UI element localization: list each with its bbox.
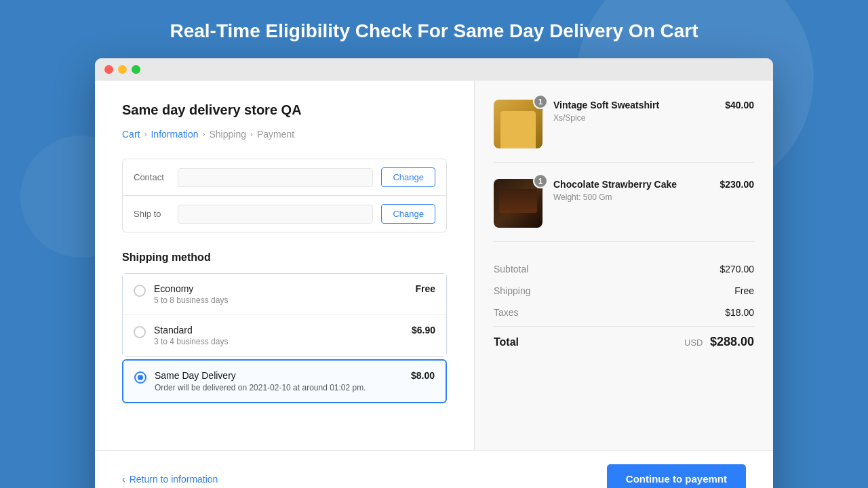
shipping-label: Shipping	[494, 285, 531, 296]
right-panel: 1 Vintage Soft Sweatshirt Xs/Spice $40.0…	[475, 81, 773, 450]
item-variant-sweatshirt: Xs/Spice	[553, 113, 717, 123]
item-name-sweatshirt: Vintage Soft Sweatshirt	[553, 100, 717, 110]
page-title: Real-Time Eligibility Check For Same Day…	[0, 0, 868, 58]
return-link-label: Return to information	[130, 474, 218, 485]
shipping-row: Shipping Free	[494, 280, 754, 302]
grand-total-right: USD $288.00	[684, 335, 754, 349]
shipping-options-card: Economy 5 to 8 business days Free Standa…	[122, 273, 447, 357]
item-variant-cake: Weight: 500 Gm	[553, 192, 711, 202]
shipping-option-sameday[interactable]: Same Day Delivery Order will be delivere…	[122, 359, 447, 403]
shipping-section-title: Shipping method	[122, 251, 447, 264]
option-standard-name: Standard	[154, 325, 412, 336]
left-panel: Same day delivery store QA Cart › Inform…	[95, 81, 475, 450]
breadcrumb-shipping: Shipping	[210, 129, 247, 140]
shipto-change-button[interactable]: Change	[381, 204, 435, 224]
cart-item-sweatshirt: 1 Vintage Soft Sweatshirt Xs/Spice $40.0…	[494, 100, 754, 163]
option-sameday-price: $8.00	[411, 370, 435, 381]
browser-dot-red	[104, 65, 113, 74]
subtotal-label: Subtotal	[494, 264, 528, 274]
breadcrumb-information[interactable]: Information	[151, 129, 198, 140]
item-price-cake: $230.00	[719, 179, 754, 190]
item-details-cake: Chocolate Strawberry Cake Weight: 500 Gm	[553, 179, 711, 202]
subtotal-row: Subtotal $270.00	[494, 258, 754, 280]
store-name: Same day delivery store QA	[122, 102, 447, 118]
item-name-cake: Chocolate Strawberry Cake	[553, 179, 711, 190]
taxes-value: $18.00	[725, 307, 754, 318]
browser-titlebar	[95, 58, 773, 81]
shipto-label: Ship to	[134, 209, 178, 219]
grand-total-currency: USD	[684, 338, 703, 348]
browser-dot-yellow	[118, 65, 127, 74]
grand-total-value: $288.00	[710, 335, 754, 348]
grand-total-row: Total USD $288.00	[494, 326, 754, 352]
breadcrumb-sep-2: ›	[203, 129, 205, 139]
contact-label: Contact	[134, 172, 178, 182]
cart-item-cake: 1 Chocolate Strawberry Cake Weight: 500 …	[494, 179, 754, 242]
item-price-sweatshirt: $40.00	[725, 100, 754, 110]
continue-to-payment-button[interactable]: Continue to payemnt	[607, 464, 746, 488]
taxes-label: Taxes	[494, 307, 519, 318]
shipping-option-standard[interactable]: Standard 3 to 4 business days $6.90	[123, 315, 446, 356]
taxes-row: Taxes $18.00	[494, 302, 754, 323]
totals-section: Subtotal $270.00 Shipping Free Taxes $18…	[494, 258, 754, 352]
option-economy-name: Economy	[154, 283, 415, 294]
chevron-left-icon: ‹	[122, 474, 125, 485]
option-economy-info: Economy 5 to 8 business days	[154, 283, 415, 305]
breadcrumb: Cart › Information › Shipping › Payment	[122, 129, 447, 140]
browser-content: Same day delivery store QA Cart › Inform…	[95, 81, 773, 450]
option-standard-days: 3 to 4 business days	[154, 337, 412, 346]
option-sameday-name: Same Day Delivery	[155, 370, 411, 381]
option-standard-info: Standard 3 to 4 business days	[154, 325, 412, 346]
item-badge-cake: 1	[533, 174, 548, 188]
breadcrumb-sep-1: ›	[144, 129, 146, 139]
breadcrumb-cart[interactable]: Cart	[122, 129, 140, 140]
browser-dot-green	[132, 65, 140, 74]
radio-economy	[134, 285, 146, 297]
contact-form-card: Contact Change Ship to Change	[122, 159, 447, 232]
item-image-wrap-sweatshirt: 1	[494, 100, 542, 148]
browser-window: Same day delivery store QA Cart › Inform…	[95, 58, 773, 488]
radio-sameday	[134, 371, 146, 384]
contact-change-button[interactable]: Change	[381, 167, 435, 187]
breadcrumb-sep-3: ›	[250, 129, 253, 139]
footer-section: ‹ Return to information Continue to paye…	[95, 450, 773, 488]
contact-value	[178, 168, 373, 187]
option-economy-days: 5 to 8 business days	[154, 296, 415, 305]
breadcrumb-payment: Payment	[257, 129, 294, 140]
shipto-value	[178, 205, 373, 224]
radio-standard	[134, 326, 146, 338]
option-standard-price: $6.90	[412, 325, 435, 336]
item-details-sweatshirt: Vintage Soft Sweatshirt Xs/Spice	[553, 100, 717, 123]
subtotal-value: $270.00	[719, 264, 754, 274]
return-to-information-link[interactable]: ‹ Return to information	[122, 474, 218, 485]
shipping-option-economy[interactable]: Economy 5 to 8 business days Free	[123, 274, 446, 315]
shipto-row: Ship to Change	[123, 196, 446, 232]
shipping-value: Free	[734, 285, 754, 296]
option-sameday-info: Same Day Delivery Order will be delivere…	[155, 370, 411, 392]
option-sameday-desc: Order will be delivered on 2021-02-10 at…	[155, 383, 411, 392]
contact-row: Contact Change	[123, 159, 446, 196]
grand-total-label: Total	[494, 336, 519, 348]
item-badge-sweatshirt: 1	[533, 94, 548, 109]
option-economy-price: Free	[415, 283, 435, 294]
item-image-wrap-cake: 1	[494, 179, 542, 228]
